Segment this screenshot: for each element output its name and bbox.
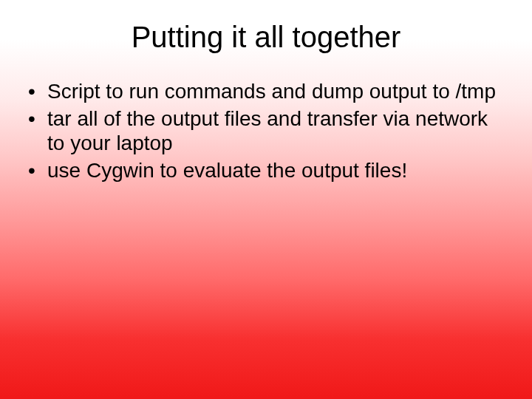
slide: Putting it all together Script to run co… [0, 0, 532, 399]
slide-title: Putting it all together [22, 21, 510, 54]
bullet-item: use Cygwin to evaluate the output files! [28, 158, 510, 183]
bullet-item: Script to run commands and dump output t… [28, 79, 510, 103]
bullet-list: Script to run commands and dump output t… [28, 79, 510, 183]
bullet-item: tar all of the output files and transfer… [28, 106, 510, 155]
